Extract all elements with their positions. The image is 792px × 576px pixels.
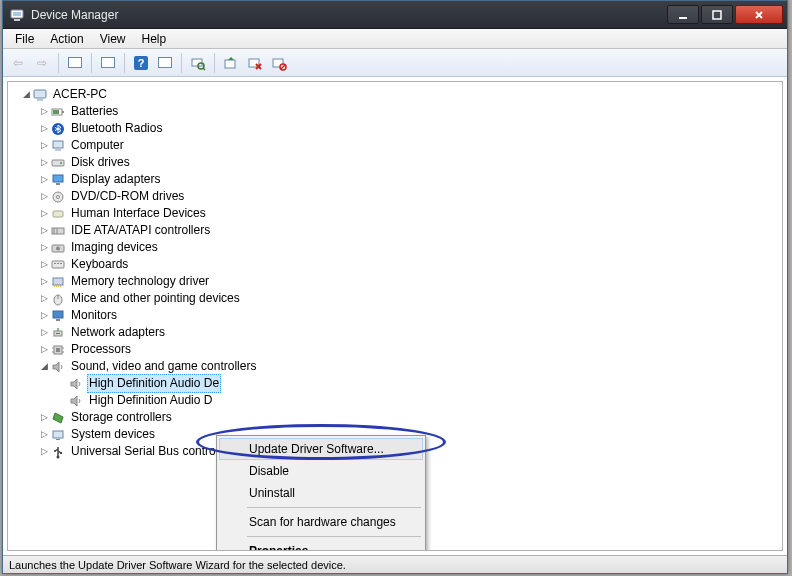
tree-root[interactable]: ◢ ACER-PC	[10, 86, 780, 103]
menubar: File Action View Help	[3, 29, 787, 49]
system-icon	[50, 427, 66, 443]
tree-item-storage[interactable]: ▷ Storage controllers	[10, 409, 780, 426]
collapse-icon[interactable]: ◢	[38, 358, 50, 375]
help-button[interactable]: ?	[130, 52, 152, 74]
tree-item-imaging[interactable]: ▷ Imaging devices	[10, 239, 780, 256]
expand-icon[interactable]: ▷	[38, 324, 50, 341]
svg-rect-55	[53, 431, 63, 438]
show-hide-console-button[interactable]	[64, 52, 86, 74]
tree-item-keyboards[interactable]: ▷ Keyboards	[10, 256, 780, 273]
tree-item-sound[interactable]: ◢ Sound, video and game controllers	[10, 358, 780, 375]
tree-item-batteries[interactable]: ▷ Batteries	[10, 103, 780, 120]
expand-icon[interactable]: ▷	[38, 188, 50, 205]
svg-rect-4	[713, 11, 721, 19]
uninstall-icon	[247, 55, 263, 71]
expand-icon[interactable]: ▷	[38, 120, 50, 137]
tree-item-hid[interactable]: ▷ Human Interface Devices	[10, 205, 780, 222]
svg-rect-1	[13, 12, 21, 16]
tree-item-display[interactable]: ▷ Display adapters	[10, 171, 780, 188]
help-icon: ?	[134, 56, 148, 70]
ide-icon	[50, 223, 66, 239]
tree-item-monitors[interactable]: ▷ Monitors	[10, 307, 780, 324]
toolbar: ⇦ ⇨ ?	[3, 49, 787, 77]
svg-line-7	[203, 68, 205, 70]
expand-icon[interactable]: ▷	[38, 290, 50, 307]
ctx-scan[interactable]: Scan for hardware changes	[219, 511, 423, 533]
tree-item-ide[interactable]: ▷ IDE ATA/ATAPI controllers	[10, 222, 780, 239]
ctx-uninstall[interactable]: Uninstall	[219, 482, 423, 504]
expand-icon[interactable]: ▷	[38, 239, 50, 256]
expand-icon[interactable]: ▷	[38, 256, 50, 273]
expand-icon[interactable]: ▷	[38, 273, 50, 290]
usb-icon	[50, 444, 66, 460]
forward-button: ⇨	[31, 52, 53, 74]
tree-item-dvd[interactable]: ▷ DVD/CD-ROM drives	[10, 188, 780, 205]
speaker-icon	[50, 359, 66, 375]
uninstall-button[interactable]	[244, 52, 266, 74]
tree-item-memory[interactable]: ▷ Memory technology driver	[10, 273, 780, 290]
tree-item-label: System devices	[69, 426, 157, 443]
svg-rect-48	[56, 333, 60, 334]
collapse-icon[interactable]: ◢	[20, 86, 32, 103]
expand-icon[interactable]: ▷	[38, 137, 50, 154]
tree-item-label: Mice and other pointing devices	[69, 290, 242, 307]
tree-item-mice[interactable]: ▷ Mice and other pointing devices	[10, 290, 780, 307]
menu-file[interactable]: File	[7, 30, 42, 48]
svg-rect-16	[62, 111, 64, 113]
expand-icon[interactable]: ▷	[38, 341, 50, 358]
maximize-button[interactable]	[701, 5, 733, 24]
tree-item-label: DVD/CD-ROM drives	[69, 188, 186, 205]
frame-button-3[interactable]	[154, 52, 176, 74]
tree-item-hd-audio-1[interactable]: High Definition Audio De	[10, 375, 780, 392]
disk-icon	[50, 155, 66, 171]
scan-hardware-button[interactable]	[187, 52, 209, 74]
expand-icon[interactable]: ▷	[38, 154, 50, 171]
menu-action[interactable]: Action	[42, 30, 91, 48]
tree-item-network[interactable]: ▷ Network adapters	[10, 324, 780, 341]
tree-item-hd-audio-2[interactable]: High Definition Audio D	[10, 392, 780, 409]
tree-item-label: Batteries	[69, 103, 120, 120]
tree-item-label: IDE ATA/ATAPI controllers	[69, 222, 212, 239]
ctx-separator	[247, 507, 421, 508]
expand-icon[interactable]: ▷	[38, 307, 50, 324]
svg-point-22	[60, 162, 62, 164]
menu-help[interactable]: Help	[134, 30, 175, 48]
frame-icon	[158, 57, 172, 68]
device-tree[interactable]: ◢ ACER-PC ▷ Batteries ▷ Bluetooth Radios…	[7, 81, 783, 551]
svg-point-26	[57, 195, 60, 198]
svg-rect-39	[56, 285, 57, 287]
minimize-button[interactable]	[667, 5, 699, 24]
menu-view[interactable]: View	[92, 30, 134, 48]
svg-point-32	[56, 246, 60, 250]
camera-icon	[50, 240, 66, 256]
svg-point-57	[57, 455, 60, 458]
tree-item-computer[interactable]: ▷ Computer	[10, 137, 780, 154]
expand-icon[interactable]: ▷	[38, 426, 50, 443]
ctx-properties[interactable]: Properties	[219, 540, 423, 551]
disable-button[interactable]	[268, 52, 290, 74]
frame-icon	[101, 57, 115, 68]
expand-icon[interactable]: ▷	[38, 103, 50, 120]
battery-icon	[50, 104, 66, 120]
frame-button-2[interactable]	[97, 52, 119, 74]
expand-icon[interactable]: ▷	[38, 222, 50, 239]
toolbar-separator	[214, 53, 215, 73]
svg-rect-50	[56, 348, 60, 352]
svg-point-58	[54, 450, 56, 452]
tree-item-bluetooth[interactable]: ▷ Bluetooth Radios	[10, 120, 780, 137]
tree-item-disk-drives[interactable]: ▷ Disk drives	[10, 154, 780, 171]
expand-icon[interactable]: ▷	[38, 443, 50, 460]
svg-rect-3	[679, 17, 687, 19]
close-button[interactable]	[735, 5, 783, 24]
svg-rect-36	[60, 263, 62, 264]
expand-icon[interactable]: ▷	[38, 171, 50, 188]
update-driver-button[interactable]	[220, 52, 242, 74]
svg-rect-45	[56, 319, 60, 321]
expand-icon[interactable]: ▷	[38, 409, 50, 426]
monitor-icon	[50, 308, 66, 324]
ctx-disable[interactable]: Disable	[219, 460, 423, 482]
svg-rect-14	[37, 99, 43, 101]
expand-icon[interactable]: ▷	[38, 205, 50, 222]
tree-item-processors[interactable]: ▷ Processors	[10, 341, 780, 358]
ctx-update-driver[interactable]: Update Driver Software...	[219, 438, 423, 460]
